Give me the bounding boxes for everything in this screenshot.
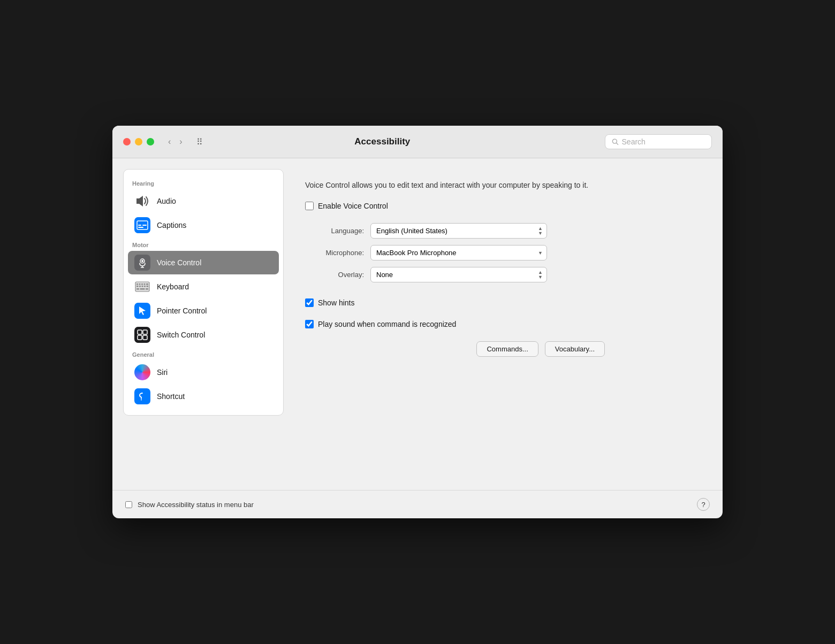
overlay-select[interactable]: None [370,267,547,282]
sidebar-section-motor: Motor [124,237,283,250]
audio-icon [134,193,150,209]
sidebar-label-audio: Audio [157,197,176,205]
main-content: Voice Control allows you to edit text an… [284,169,712,479]
microphone-select-wrapper: MacBook Pro Microphone ▼ [370,245,547,260]
bottom-left: Show Accessibility status in menu bar [125,501,254,509]
sidebar-label-captions: Captions [157,221,186,229]
sidebar-section-hearing: Hearing [124,176,283,189]
svg-rect-21 [147,286,149,287]
language-select-wrapper: English (United States) ▲▼ [370,223,547,239]
sidebar-item-siri[interactable]: Siri [128,361,279,384]
sidebar: Hearing Audio [123,169,284,416]
enable-row: Enable Voice Control [305,202,690,210]
sidebar-label-keyboard: Keyboard [157,282,189,291]
overlay-label: Overlay: [305,271,364,279]
search-icon [612,138,619,145]
show-hints-label[interactable]: Show hints [318,298,354,307]
language-row: Language: English (United States) ▲▼ [305,223,690,239]
main-window: ‹ › ⠿ Accessibility Hearing [112,126,723,518]
svg-rect-4 [138,225,141,226]
maximize-button[interactable] [147,138,154,145]
svg-rect-19 [142,286,143,287]
vocabulary-button[interactable]: Vocabulary... [545,341,605,357]
search-input[interactable] [622,137,705,146]
captions-icon [134,217,150,233]
show-hints-row: Show hints [305,298,690,307]
svg-rect-18 [139,286,141,287]
siri-icon [134,364,150,380]
svg-rect-20 [144,286,146,287]
svg-rect-29 [143,335,147,340]
svg-rect-6 [138,227,143,228]
svg-rect-16 [146,283,148,285]
language-select[interactable]: English (United States) [370,223,547,239]
help-button[interactable]: ? [697,498,710,511]
svg-rect-22 [136,288,139,290]
status-bar-checkbox[interactable] [125,501,132,508]
search-box [605,134,712,149]
form-section: Language: English (United States) ▲▼ Mic… [305,223,690,282]
microphone-row: Microphone: MacBook Pro Microphone ▼ [305,245,690,260]
svg-marker-2 [136,196,143,206]
commands-button[interactable]: Commands... [476,341,538,357]
show-hints-checkbox[interactable] [305,298,314,307]
traffic-lights [123,138,154,145]
sidebar-section-general: General [124,347,283,360]
sidebar-label-siri: Siri [157,368,168,377]
sidebar-item-voice-control[interactable]: Voice Control [128,251,279,274]
microphone-select[interactable]: MacBook Pro Microphone [370,245,547,260]
svg-rect-24 [146,288,148,290]
switch-control-icon [134,327,150,343]
language-label: Language: [305,227,364,235]
sidebar-wrapper: Hearing Audio [123,169,284,479]
minimize-button[interactable] [135,138,142,145]
sidebar-label-pointer-control: Pointer Control [157,306,207,315]
bottom-bar: Show Accessibility status in menu bar ? [112,490,723,518]
play-sound-label[interactable]: Play sound when command is recognized [318,320,456,328]
svg-rect-26 [138,330,142,334]
svg-point-31 [141,400,142,401]
svg-line-1 [616,143,618,144]
sidebar-label-voice-control: Voice Control [157,258,201,267]
overlay-select-wrapper: None ▲▼ [370,267,547,282]
sidebar-item-keyboard[interactable]: Keyboard [128,275,279,298]
content-area: Hearing Audio [112,158,723,490]
svg-rect-15 [144,283,146,285]
overlay-row: Overlay: None ▲▼ [305,267,690,282]
sidebar-item-switch-control[interactable]: Switch Control [128,323,279,347]
svg-point-10 [141,260,143,262]
window-title: Accessibility [169,136,596,147]
voice-control-icon [134,255,150,271]
sidebar-item-captions[interactable]: Captions [128,213,279,237]
action-buttons: Commands... Vocabulary... [305,341,605,357]
checkbox-section: Show hints Play sound when command is re… [305,298,690,328]
sidebar-label-switch-control: Switch Control [157,331,205,339]
sidebar-item-shortcut[interactable]: Shortcut [128,385,279,408]
sidebar-item-audio[interactable]: Audio [128,189,279,213]
titlebar: ‹ › ⠿ Accessibility [112,126,723,158]
sidebar-label-shortcut: Shortcut [157,392,185,401]
svg-marker-25 [139,306,146,315]
close-button[interactable] [123,138,131,145]
description-text: Voice Control allows you to edit text an… [305,180,605,191]
enable-voice-checkbox[interactable] [305,202,314,210]
status-bar-label[interactable]: Show Accessibility status in menu bar [138,501,254,509]
sidebar-item-pointer-control[interactable]: Pointer Control [128,299,279,323]
play-sound-row: Play sound when command is recognized [305,320,690,328]
svg-rect-23 [140,288,145,290]
svg-rect-17 [136,286,139,287]
svg-rect-12 [136,283,138,285]
svg-rect-14 [141,283,143,285]
svg-rect-5 [142,225,147,226]
pointer-control-icon [134,303,150,319]
shortcut-icon [134,388,150,404]
enable-voice-label[interactable]: Enable Voice Control [318,202,388,210]
play-sound-checkbox[interactable] [305,320,314,328]
svg-rect-27 [143,330,147,334]
keyboard-icon [134,279,150,295]
microphone-label: Microphone: [305,249,364,257]
svg-rect-13 [139,283,141,285]
svg-rect-28 [138,335,142,340]
